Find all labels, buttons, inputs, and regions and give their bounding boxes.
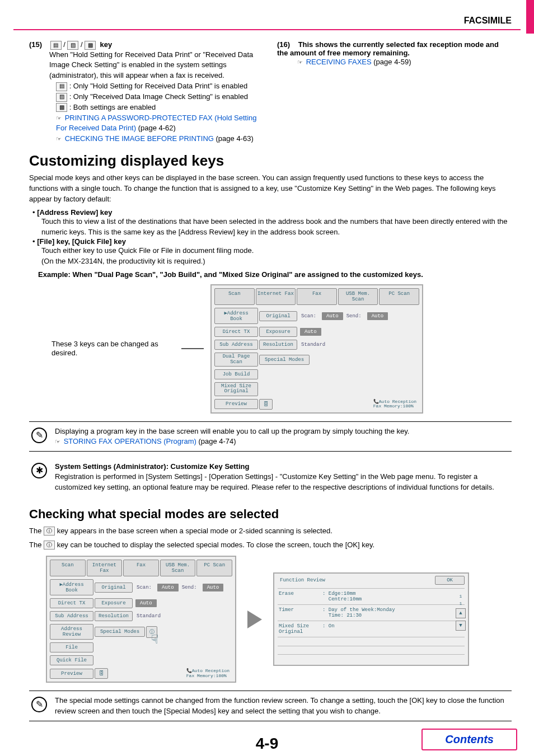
pointer-icon: ☞ (56, 115, 62, 121)
lbl-send: Send: (179, 584, 200, 591)
tab-scan[interactable]: Scan (50, 560, 86, 576)
scroll-up-button[interactable]: ▲ (456, 608, 466, 618)
checking-title: Checking what special modes are selected (29, 507, 512, 522)
tab-fax[interactable]: Fax (123, 560, 159, 576)
note1-link[interactable]: STORING FAX OPERATIONS (Program) (64, 437, 196, 445)
pointer-line (181, 348, 204, 349)
section-color-bar (526, 0, 534, 34)
item15-num: (15) (29, 40, 48, 49)
info-key-icon: ⓘ (44, 541, 55, 550)
tab-pc-scan[interactable]: PC Scan (379, 288, 419, 305)
pointer-icon: ☞ (55, 438, 60, 445)
hand-cursor-icon: ☟ (151, 632, 158, 647)
contents-button[interactable]: Contents (421, 729, 517, 750)
btn-quick-file[interactable]: Quick File (50, 655, 93, 665)
checking-line2: The ⓘ key can be touched to display the … (29, 540, 512, 551)
scroll-down-button[interactable]: ▼ (456, 621, 466, 631)
val-scan: Auto (322, 312, 343, 320)
function-review-panel: Function Review OK Erase : Edge:10mm Cen… (273, 572, 469, 666)
tab-usb-mem-scan[interactable]: USB Mem. Scan (160, 560, 196, 576)
review-row-val: : Edge:10mm Centre:10mm (322, 591, 463, 602)
checking-line1: The ⓘ key appears in the base screen whe… (29, 526, 512, 537)
btn-original[interactable]: Original (95, 583, 133, 593)
btn-direct-tx[interactable]: Direct TX (50, 598, 93, 608)
pointer-icon: ☞ (297, 59, 303, 65)
image-check-icon: ▨ (67, 41, 78, 50)
item16-head: This shows the currently selected fax re… (277, 40, 499, 57)
btn-hdd-icon[interactable]: 🗄 (95, 668, 108, 679)
item15-key-label: key (98, 40, 112, 49)
btn-exposure[interactable]: Exposure (259, 327, 297, 337)
btn-resolution[interactable]: Resolution (259, 340, 297, 350)
item16-num: (16) (277, 40, 296, 49)
both-icon: ▩ (85, 41, 96, 50)
example-line: Example: When "Dual Page Scan", "Job Bui… (38, 270, 512, 279)
btn-file[interactable]: File (50, 642, 93, 652)
btn-preview[interactable]: Preview (50, 669, 93, 679)
btn-address-book[interactable]: ▶Address Book (214, 308, 258, 324)
val-send: Auto (203, 584, 224, 591)
image-check-icon: ▨ (56, 93, 67, 102)
status-text: 📞Auto ReceptionFax Memory:100% (373, 400, 420, 410)
btn-job-build[interactable]: Job Build (214, 369, 258, 379)
tab-usb-mem-scan[interactable]: USB Mem. Scan (338, 288, 378, 305)
tab-pc-scan[interactable]: PC Scan (196, 560, 232, 576)
review-row-label: Erase (279, 591, 322, 602)
btn-original[interactable]: Original (259, 311, 297, 321)
info-key-icon: ⓘ (44, 527, 55, 536)
btn-direct-tx[interactable]: Direct TX (214, 327, 258, 337)
item15-link2-row: ☞ CHECKING THE IMAGE BEFORE PRINTING (pa… (56, 134, 264, 144)
item15-line-c: ▩ : Both settings are enabled (56, 102, 264, 113)
tab-internet-fax[interactable]: Internet Fax (256, 288, 296, 305)
settings-icon: ✱ (31, 463, 47, 478)
bullet-2: • [File] key, [Quick File] key (32, 237, 512, 246)
customizing-intro: Special mode keys and other keys can be … (29, 173, 512, 205)
btn-special-modes[interactable]: Special Modes (259, 355, 310, 365)
doc-icon: ▤ (50, 41, 62, 50)
customizing-title: Customizing displayed keys (29, 152, 512, 170)
btn-address-book[interactable]: ▶Address Book (50, 579, 93, 595)
btn-info-key[interactable]: ⓘ☟ (146, 626, 157, 638)
base-screen-panel-1: Scan Internet Fax Fax USB Mem. Scan PC S… (210, 284, 423, 414)
val-resolution: Standard (298, 341, 329, 349)
note2-text: System Settings (Administrator): Customi… (55, 462, 509, 492)
item15-link2[interactable]: CHECKING THE IMAGE BEFORE PRINTING (65, 134, 214, 143)
doc-icon: ▤ (56, 82, 67, 91)
bullet-1-body: Touch this to view a list of the destina… (41, 217, 512, 238)
btn-dual-page-scan[interactable]: Dual Page Scan (214, 353, 258, 367)
item15-line-a: ▤ : Only "Hold Setting for Received Data… (56, 81, 264, 92)
btn-sub-address[interactable]: Sub Address (50, 611, 93, 621)
lbl-send: Send: (343, 312, 365, 320)
review-page-bottom: 1 (460, 601, 462, 606)
item15-link1-row: ☞ PRINTING A PASSWORD-PROTECTED FAX (Hol… (56, 113, 264, 134)
note3-text: The special mode settings cannot be chan… (55, 696, 509, 716)
header-section-title: FACSIMILE (0, 0, 534, 29)
lbl-scan: Scan: (133, 584, 155, 591)
bullet-2-body2: (On the MX-2314N, the productivity kit i… (41, 256, 512, 267)
header-rule (13, 29, 521, 30)
slash: / (63, 40, 67, 49)
btn-hdd-icon[interactable]: 🗄 (259, 399, 273, 410)
btn-resolution[interactable]: Resolution (95, 611, 133, 621)
note-icon: ✎ (31, 697, 47, 712)
lbl-scan: Scan: (298, 312, 320, 320)
btn-sub-address[interactable]: Sub Address (214, 340, 258, 350)
val-exposure: Auto (135, 599, 157, 607)
status-text: 📞Auto ReceptionFax Memory:100% (186, 669, 233, 679)
review-row-label: Mixed Size Original (279, 623, 322, 635)
tab-internet-fax[interactable]: Internet Fax (87, 560, 123, 576)
tab-scan[interactable]: Scan (214, 288, 255, 305)
note1-text: Displaying a program key in the base scr… (55, 426, 509, 447)
btn-special-modes[interactable]: Special Modes (95, 627, 145, 637)
btn-preview[interactable]: Preview (214, 399, 258, 409)
tab-fax[interactable]: Fax (297, 288, 337, 305)
bullet-1: • [Address Review] key (32, 208, 512, 217)
review-page-top: 1 (460, 594, 462, 599)
item15-body: When "Hold Setting for Received Data Pri… (49, 50, 264, 82)
item16-link[interactable]: RECEIVING FAXES (306, 58, 372, 66)
btn-mixed-size-original[interactable]: Mixed Size Original (214, 382, 258, 396)
btn-exposure[interactable]: Exposure (95, 598, 133, 608)
review-ok-button[interactable]: OK (435, 576, 465, 585)
btn-address-review[interactable]: Address Review (50, 624, 93, 640)
val-scan: Auto (157, 584, 179, 591)
